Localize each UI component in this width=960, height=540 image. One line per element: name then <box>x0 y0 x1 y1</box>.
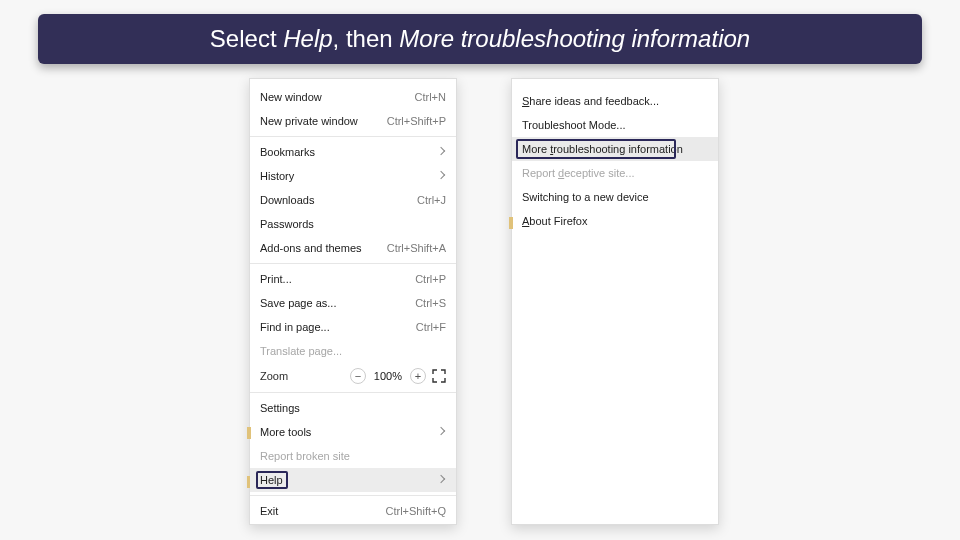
instruction-banner: Select Help, then More troubleshooting i… <box>38 14 922 64</box>
menu-exit[interactable]: Exit Ctrl+Shift+Q <box>250 499 456 523</box>
menu-new-private-window[interactable]: New private window Ctrl+Shift+P <box>250 109 456 133</box>
menu-settings[interactable]: Settings <box>250 396 456 420</box>
chevron-right-icon <box>436 147 446 157</box>
main-menu-panel: New window Ctrl+N New private window Ctr… <box>249 78 457 525</box>
menu-find-in-page[interactable]: Find in page... Ctrl+F <box>250 315 456 339</box>
zoom-out-button[interactable]: − <box>350 368 366 384</box>
menu-addons[interactable]: Add-ons and themes Ctrl+Shift+A <box>250 236 456 260</box>
help-submenu-panel: Share ideas and feedback... Troubleshoot… <box>511 78 719 525</box>
accent-bar <box>247 427 251 439</box>
chevron-right-icon <box>436 171 446 181</box>
menu-save-page-as[interactable]: Save page as... Ctrl+S <box>250 291 456 315</box>
menu-new-window[interactable]: New window Ctrl+N <box>250 85 456 109</box>
menu-bookmarks[interactable]: Bookmarks <box>250 140 456 164</box>
chevron-right-icon <box>436 427 446 437</box>
menu-report-broken-site: Report broken site <box>250 444 456 468</box>
menu-separator <box>250 136 456 137</box>
menu-translate-page: Translate page... <box>250 339 456 363</box>
menu-passwords[interactable]: Passwords <box>250 212 456 236</box>
menu-separator <box>250 495 456 496</box>
accent-bar <box>509 217 513 229</box>
banner-mid: , then <box>333 25 400 52</box>
fullscreen-icon[interactable] <box>432 369 446 383</box>
menu-downloads[interactable]: Downloads Ctrl+J <box>250 188 456 212</box>
menu-help[interactable]: Help <box>250 468 456 492</box>
menu-print[interactable]: Print... Ctrl+P <box>250 267 456 291</box>
menu-separator <box>250 392 456 393</box>
menu-separator <box>250 263 456 264</box>
chevron-right-icon <box>436 475 446 485</box>
banner-em-help: Help <box>283 25 332 52</box>
help-switching-device[interactable]: Switching to a new device <box>512 185 718 209</box>
menu-zoom-row: Zoom − 100% + <box>250 363 456 389</box>
help-troubleshoot-mode[interactable]: Troubleshoot Mode... <box>512 113 718 137</box>
banner-em-more: More troubleshooting information <box>399 25 750 52</box>
help-about-firefox[interactable]: About Firefox <box>512 209 718 233</box>
menu-more-tools[interactable]: More tools <box>250 420 456 444</box>
banner-prefix: Select <box>210 25 283 52</box>
menu-history[interactable]: History <box>250 164 456 188</box>
zoom-in-button[interactable]: + <box>410 368 426 384</box>
help-share-ideas[interactable]: Share ideas and feedback... <box>512 89 718 113</box>
help-more-troubleshooting-info[interactable]: More troubleshooting information <box>512 137 718 161</box>
help-report-deceptive: Report deceptive site... <box>512 161 718 185</box>
zoom-value: 100% <box>372 370 404 382</box>
